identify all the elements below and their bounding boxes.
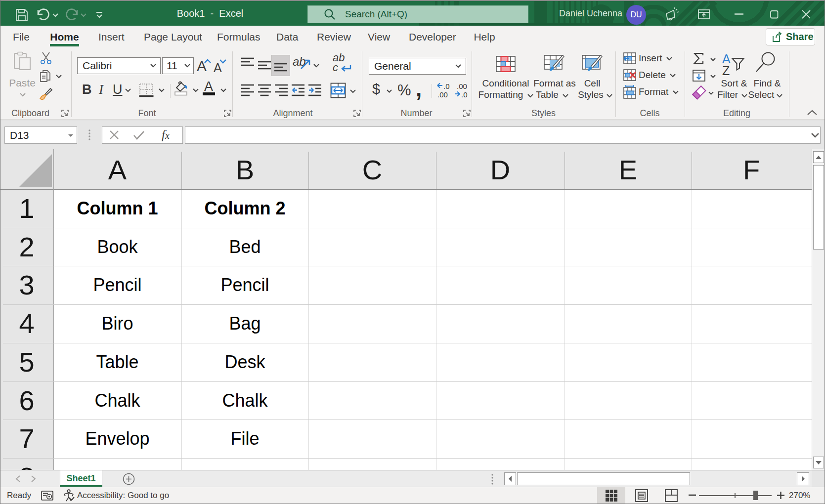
svg-text:.0: .0 [443, 82, 450, 90]
svg-text:.00: .00 [437, 90, 448, 99]
svg-text:.0: .0 [461, 90, 468, 99]
svg-text:.00: .00 [457, 82, 467, 90]
